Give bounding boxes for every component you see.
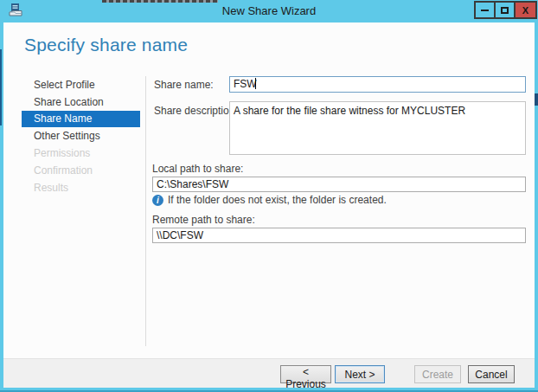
local-path-input[interactable] xyxy=(152,177,526,192)
share-name-field-wrap xyxy=(229,75,526,92)
minimize-button[interactable] xyxy=(474,1,496,19)
sidebar-item-share-name[interactable]: Share Name xyxy=(22,111,140,127)
maximize-icon xyxy=(501,7,509,14)
sidebar-item-other-settings[interactable]: Other Settings xyxy=(3,127,145,145)
window-title: New Share Wizard xyxy=(0,4,538,17)
window-controls: X xyxy=(476,1,537,19)
next-button[interactable]: Next > xyxy=(335,365,385,383)
previous-button[interactable]: < Previous xyxy=(280,365,331,383)
remote-path-input[interactable] xyxy=(152,228,526,243)
share-name-label: Share name: xyxy=(154,79,214,91)
sidebar-item-confirmation: Confirmation xyxy=(3,162,145,179)
text-caret xyxy=(255,78,256,89)
screen: New Share Wizard X Specify share name Se… xyxy=(0,0,538,392)
background-window-sliver-right xyxy=(535,93,538,106)
sidebar-item-select-profile[interactable]: Select Profile xyxy=(3,76,145,93)
new-share-wizard-window: New Share Wizard X Specify share name Se… xyxy=(0,0,538,392)
sidebar-item-results: Results xyxy=(3,179,145,196)
sidebar-divider xyxy=(145,76,146,346)
share-description-input[interactable]: A share for the file share witness for M… xyxy=(229,101,526,155)
local-path-label: Local path to share: xyxy=(152,163,243,175)
folder-created-note-text: If the folder does not exist, the folder… xyxy=(168,194,387,206)
background-window-sliver-left xyxy=(0,49,2,125)
minimize-icon xyxy=(481,10,489,11)
wizard-footer: < Previous Next > Create Cancel xyxy=(3,358,535,388)
remote-path-label: Remote path to share: xyxy=(152,214,255,226)
share-name-input[interactable] xyxy=(229,76,526,93)
share-description-label: Share description: xyxy=(154,105,238,117)
background-window-sliver-top xyxy=(102,0,218,3)
wizard-body: Specify share name Select Profile Share … xyxy=(3,22,535,388)
cancel-button[interactable]: Cancel xyxy=(468,365,515,383)
sidebar-item-permissions: Permissions xyxy=(3,145,145,162)
maximize-button[interactable] xyxy=(494,1,516,19)
titlebar[interactable]: New Share Wizard X xyxy=(0,0,538,22)
wizard-steps-sidebar: Select Profile Share Location Share Name… xyxy=(3,76,145,196)
remote-path-field-wrap xyxy=(152,227,526,242)
sidebar-item-share-location[interactable]: Share Location xyxy=(3,93,145,111)
close-button[interactable]: X xyxy=(514,1,537,19)
page-title: Specify share name xyxy=(24,35,188,55)
create-button: Create xyxy=(414,365,461,383)
info-icon: i xyxy=(152,195,163,206)
local-path-field-wrap xyxy=(152,176,526,191)
folder-created-note: i If the folder does not exist, the fold… xyxy=(152,194,387,206)
